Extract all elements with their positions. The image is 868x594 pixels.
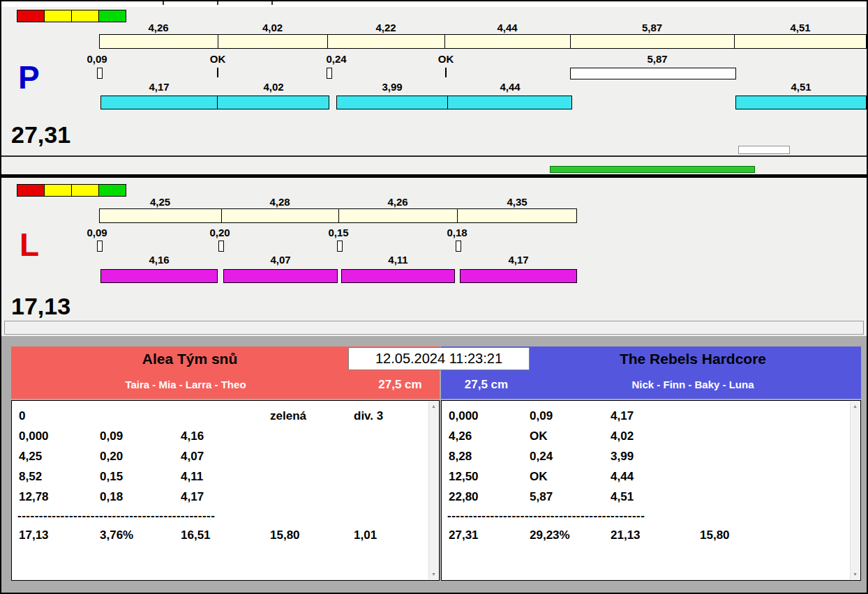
ref-time-label: 4,44 (444, 22, 570, 33)
ref-bar-segment (327, 34, 445, 49)
status-light-yellow-icon (71, 184, 99, 197)
table-divider: ----------------------------------------… (447, 508, 645, 524)
table-cell: 17,13 (19, 528, 49, 543)
team-left-name: Alea Tým snů (11, 351, 368, 367)
run-time-label: 4,16 (100, 254, 218, 266)
top-edge-tick (271, 1, 273, 5)
ref-time-label: 4,26 (338, 197, 457, 208)
table-cell: 5,87 (530, 489, 553, 505)
run-bar-segment (336, 96, 448, 109)
scrollbar-right[interactable]: ▲ ▼ (850, 402, 860, 579)
scrollbar-left[interactable]: ▲ ▼ (428, 402, 438, 579)
ref-bar-segment (338, 208, 458, 223)
scroll-up-icon[interactable]: ▲ (431, 404, 436, 409)
run-bar-segment (223, 269, 338, 283)
scroll-up-icon[interactable]: ▲ (853, 404, 858, 409)
run-time-label: 4,02 (218, 82, 329, 93)
team-left-height-label: 27,5 cm (364, 378, 437, 392)
status-light-yellow-icon (44, 184, 72, 197)
table-cell: 3,99 (611, 449, 634, 464)
ref-bar-segment (457, 208, 577, 223)
table-cell: 0,24 (530, 449, 553, 464)
ref-time-label: 4,02 (218, 22, 327, 33)
team-right-members: Nick - Finn - Baky - Luna (532, 379, 854, 390)
run-time-label: 3,99 (336, 82, 448, 93)
split-tick (97, 68, 103, 79)
table-cell: 0,09 (530, 409, 553, 424)
split-time-label: 0,18 (436, 227, 478, 238)
status-light-yellow-icon (71, 10, 99, 22)
table-cell: 4,44 (611, 469, 634, 485)
run-bar-segment (735, 96, 867, 109)
table-cell: OK (530, 469, 548, 485)
status-lights (17, 10, 126, 22)
table-cell: 21,13 (611, 528, 641, 543)
table-cell: 0,18 (100, 489, 123, 505)
lane-separator-strip (4, 321, 864, 335)
results-table-right: 0,000 0,09 4,17 4,26 OK 4,02 8,28 0,24 3… (441, 400, 861, 581)
totals-row: 27,31 29,23% 21,13 15,80 (442, 528, 849, 544)
split-time-label: 5,87 (636, 54, 678, 65)
top-edge-tick (217, 1, 218, 5)
run-bar-segment (100, 269, 218, 283)
ref-bar-segment (734, 34, 867, 49)
split-tick (217, 68, 218, 77)
run-time-label: 4,11 (341, 254, 455, 266)
table-row: 8,52 0,15 4,11 (12, 469, 428, 486)
split-time-label: OK (425, 54, 467, 65)
split-time-label: 0,24 (315, 54, 357, 65)
table-cell: 0,20 (100, 449, 123, 464)
table-row: 0,000 0,09 4,16 (12, 429, 428, 446)
table-row: 0,000 0,09 4,17 (442, 409, 849, 425)
scroll-down-icon[interactable]: ▼ (853, 572, 858, 577)
table-cell: 0,000 (449, 409, 479, 424)
ref-time-label: 4,28 (221, 197, 338, 208)
lane-p-total-time: 27,31 (11, 123, 70, 146)
run-bar-segment (341, 269, 455, 283)
ref-time-label: 4,25 (99, 197, 221, 208)
table-cell: 8,28 (449, 449, 472, 464)
split-tick (327, 68, 332, 79)
table-row: 8,28 0,24 3,99 (442, 449, 849, 466)
table-row: 4,25 0,20 4,07 (12, 449, 428, 466)
split-tick (97, 241, 103, 252)
ref-time-label: 4,35 (457, 197, 577, 208)
table-cell: 4,26 (449, 429, 472, 444)
table-row: 12,78 0,18 4,17 (12, 489, 428, 506)
table-row: 4,26 OK 4,02 (442, 429, 849, 446)
split-tick (337, 241, 343, 252)
table-cell: 4,17 (181, 489, 204, 505)
table-cell: 4,51 (611, 489, 634, 505)
run-bar-segment (447, 96, 572, 109)
panel-separator (1, 174, 867, 178)
table-divider-row: ----------------------------------------… (12, 508, 428, 525)
ref-time-label: 5,87 (570, 22, 734, 33)
split-time-label: 0,15 (317, 227, 359, 238)
window-top-edge (1, 1, 867, 7)
status-light-green-icon (98, 184, 126, 197)
table-cell: 4,02 (611, 429, 634, 444)
table-cell: 4,07 (181, 449, 204, 464)
split-time-label: 0,09 (76, 227, 118, 238)
lane-l-total-time: 17,13 (11, 294, 70, 318)
table-cell: 0,09 (100, 429, 123, 444)
table-cell: 15,80 (700, 528, 730, 543)
ref-time-label: 4,51 (734, 22, 867, 33)
ref-bar-segment (221, 208, 339, 223)
table-cell: 1,01 (354, 528, 377, 543)
run-time-label: 4,51 (735, 82, 867, 93)
run-bar-segment (100, 96, 218, 109)
table-cell: 8,52 (19, 469, 42, 485)
table-divider-row: ----------------------------------------… (442, 508, 849, 525)
status-lights (17, 184, 126, 197)
ref-bar-segment (218, 34, 328, 49)
top-edge-tick (163, 1, 164, 5)
run-time-label: 4,17 (460, 254, 577, 266)
ref-bar-segment (444, 34, 571, 49)
ref-bar-segment (99, 208, 222, 223)
scroll-down-icon[interactable]: ▼ (431, 572, 436, 577)
table-cell: 4,17 (611, 409, 634, 424)
table-cell: 16,51 (181, 528, 211, 543)
table-cell: 4,25 (19, 449, 42, 464)
table-row: 12,50 OK 4,44 (442, 469, 849, 486)
